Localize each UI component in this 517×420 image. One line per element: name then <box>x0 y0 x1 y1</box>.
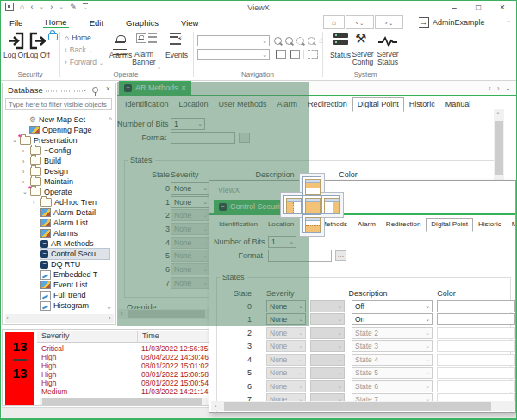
status-button[interactable] <box>333 33 348 46</box>
fit-page-icon[interactable] <box>290 50 300 59</box>
form-tab-redirection[interactable]: Redirection <box>381 218 426 232</box>
tree-item-ar-methods[interactable]: ~AR Methods <box>40 238 94 249</box>
dock-left-button[interactable] <box>283 195 302 214</box>
tree-item-embedded-trend[interactable]: Embedded T <box>40 269 97 280</box>
tree-item-alarm-detail[interactable]: Alarm Detail <box>40 207 96 218</box>
form-tab-historic[interactable]: Historic <box>404 97 440 112</box>
tree-item-alarms[interactable]: Alarms <box>40 228 78 238</box>
tree-item-design[interactable]: ›Design <box>22 166 68 176</box>
zoom-in-icon[interactable] <box>274 37 282 45</box>
fit-width-icon[interactable] <box>276 50 286 59</box>
events-button[interactable]: ⚡ <box>170 33 181 48</box>
panel-close-icon[interactable]: × <box>106 84 110 93</box>
description-combo[interactable]: On <box>352 313 433 325</box>
tree-item-adhoc-trends[interactable]: ›Ad-hoc Tren <box>33 197 97 207</box>
form-tab-redirection[interactable]: Redirection <box>302 97 352 112</box>
chevron-collapsed-icon[interactable]: › <box>22 169 28 175</box>
alarm-hscrollbar[interactable] <box>40 398 208 405</box>
chevron-expanded-icon[interactable]: ⌄ <box>12 137 17 144</box>
alarm-row[interactable]: Critical11/03/2022 12:56:35 <box>41 344 208 353</box>
chevron-collapsed-icon[interactable]: › <box>22 158 28 164</box>
alarm-row[interactable]: Medium11/03/2022 14:21:14 <box>41 387 208 396</box>
chevron-collapsed-icon[interactable]: › <box>33 200 38 206</box>
panel-pin-icon[interactable] <box>92 87 98 93</box>
tabstrip-scroll-right-icon[interactable]: › <box>497 85 500 92</box>
form-tab-manual[interactable]: Manual <box>507 218 516 232</box>
alarm-row[interactable]: High08/01/2022 15:00:58 <box>41 370 209 379</box>
tree-item-dq-rtu[interactable]: ~DQ RTU <box>40 259 80 269</box>
floating-hscrollbar-thumb[interactable] <box>224 402 491 411</box>
alarm-row[interactable]: High08/01/2022 15:00:54 <box>41 379 209 387</box>
tree-hscrollbar[interactable] <box>5 314 114 323</box>
chevron-expanded-icon[interactable]: ⌄ <box>22 188 28 195</box>
forward-button[interactable]: › Forward ⌄ <box>65 58 103 66</box>
chevron-collapsed-icon[interactable]: › <box>22 179 28 185</box>
user-menu-caret-icon[interactable]: ⌄ <box>506 17 511 24</box>
tree-item-full-trend[interactable]: Full trend <box>40 290 86 300</box>
alarm-row[interactable]: High08/04/2022 14:30:46 <box>41 353 209 361</box>
tree-item-presentation[interactable]: ⌄Presentation <box>12 135 78 145</box>
color-box[interactable] <box>437 313 515 325</box>
document-vscrollbar-thumb[interactable] <box>495 121 503 175</box>
tab-view[interactable]: View <box>179 18 200 28</box>
tab-graphics[interactable]: Graphics <box>124 18 160 28</box>
security-lock-icon[interactable] <box>48 29 58 40</box>
home-button[interactable]: ⌂ Home <box>65 34 91 42</box>
alarm-banner-button[interactable] <box>136 33 157 43</box>
tree-scroll-down-icon[interactable]: ⌄ <box>106 304 112 311</box>
tree-item-event-list[interactable]: Event List <box>40 280 88 290</box>
dock-top-button[interactable] <box>302 176 321 195</box>
scroll-left-icon[interactable]: ‹ <box>215 403 217 410</box>
zoom-lock-icon[interactable] <box>308 37 315 45</box>
navigation-combo-1[interactable] <box>197 35 270 46</box>
panel-grip[interactable] <box>46 90 84 92</box>
tab-edit[interactable]: Edit <box>88 18 105 28</box>
dock-right-button[interactable] <box>321 195 340 214</box>
alarm-count-box[interactable]: 13 13 <box>5 332 34 405</box>
tree-scroll-up-icon[interactable]: ^ <box>109 116 112 123</box>
forward-nav-button[interactable]: ›⌄ <box>375 15 403 29</box>
server-config-icon[interactable]: ⚒ <box>355 31 366 46</box>
tree-scroll-left-icon[interactable]: ‹ <box>6 315 9 322</box>
close-button[interactable]: × <box>490 1 514 15</box>
time-column-header[interactable]: Time <box>142 331 159 340</box>
form-tab-digital-point[interactable]: Digital Point <box>426 218 473 232</box>
tree-item-build[interactable]: ›Build <box>22 156 61 166</box>
alarm-row[interactable]: High08/01/2022 15:01:02 <box>41 361 209 370</box>
tree-item-operate[interactable]: ⌄Operate <box>22 187 72 197</box>
tree-item-opening-page[interactable]: Opening Page <box>29 125 92 135</box>
tabstrip-scroll-left-icon[interactable]: ‹ <box>489 85 491 92</box>
tree-item-control-security[interactable]: ~Control Secu <box>40 249 109 259</box>
minimize-button[interactable]: – <box>442 1 466 15</box>
selection-rect-icon[interactable] <box>308 50 318 59</box>
tree-filter-input[interactable] <box>5 98 112 110</box>
zoom-area-icon[interactable] <box>296 37 304 45</box>
tree-item-new-map-set[interactable]: ⚙New Map Set <box>29 114 85 125</box>
tabstrip-menu-icon[interactable]: ▾ <box>507 86 509 93</box>
tree-item-config[interactable]: ›~Config <box>22 145 71 156</box>
zoom-out-icon[interactable] <box>285 37 293 45</box>
scroll-up-icon[interactable]: ^ <box>496 111 500 118</box>
color-box[interactable] <box>437 300 515 312</box>
description-combo[interactable]: Off <box>352 300 433 312</box>
tree-item-histogram[interactable]: Histogram <box>40 300 89 311</box>
format-browse-button[interactable]: … <box>335 250 346 261</box>
user-menu[interactable]: → AdminExample <box>419 17 485 28</box>
alarm-hscrollbar-thumb[interactable] <box>42 398 202 405</box>
dock-center-button[interactable] <box>302 195 321 214</box>
form-tab-digital-point[interactable]: Digital Point <box>352 97 404 112</box>
severity-column-header[interactable]: Severity <box>41 331 70 340</box>
tab-file[interactable]: File <box>8 18 24 28</box>
form-tab-alarm[interactable]: Alarm <box>352 218 381 232</box>
chevron-collapsed-icon[interactable]: › <box>22 148 28 154</box>
back-button[interactable]: ‹ Back ⌄ <box>65 46 93 54</box>
tab-home[interactable]: Home <box>43 17 68 28</box>
tree-item-alarm-list[interactable]: Alarm List <box>40 218 88 228</box>
floating-hscrollbar[interactable]: ‹ <box>211 401 515 411</box>
home-nav-button[interactable]: ⌂ <box>323 15 345 29</box>
tree-scroll-right-icon[interactable]: › <box>109 315 111 322</box>
dock-bottom-button[interactable] <box>302 214 321 233</box>
maximize-button[interactable]: □ <box>466 1 490 15</box>
navigation-combo-2[interactable] <box>197 49 270 60</box>
server-status-button[interactable] <box>378 35 397 51</box>
